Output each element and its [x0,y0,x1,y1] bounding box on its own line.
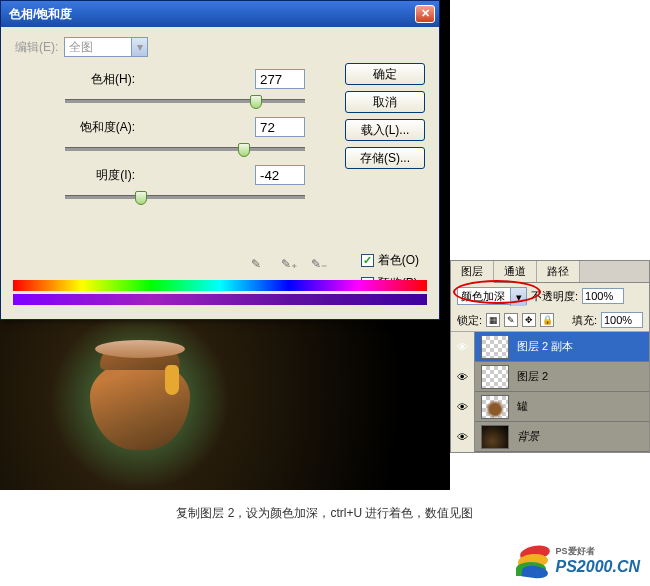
saturation-input[interactable] [255,117,305,137]
lock-move-icon[interactable]: ✥ [522,313,536,327]
site-logo: PS爱好者 PS2000.CN [516,545,641,576]
layer-name: 背景 [515,429,649,444]
pot-illustration [70,330,210,470]
instruction-caption: 复制图层 2，设为颜色加深，ctrl+U 进行着色，数值见图 [0,505,650,522]
eyedropper-add-icon[interactable]: ✎₊ [281,257,299,275]
layer-thumbnail[interactable] [481,425,509,449]
layer-item[interactable]: 👁 图层 2 副本 [451,332,649,362]
colorize-checkbox[interactable]: ✓ [361,254,374,267]
cancel-button[interactable]: 取消 [345,91,425,113]
colorize-label: 着色(O) [378,252,419,269]
logo-swirl-icon [516,546,550,576]
layer-list: 👁 图层 2 副本 👁 图层 2 👁 罐 👁 背景 [451,332,649,452]
hue-label: 色相(H): [65,71,145,88]
edit-label: 编辑(E): [15,39,58,56]
lock-brush-icon[interactable]: ✎ [504,313,518,327]
opacity-label: 不透明度: [531,289,578,304]
visibility-eye-icon[interactable]: 👁 [451,362,475,392]
ok-button[interactable]: 确定 [345,63,425,85]
lightness-label: 明度(I): [65,167,145,184]
saturation-slider[interactable] [65,141,305,157]
hue-input[interactable] [255,69,305,89]
fill-label: 填充: [572,313,597,328]
close-button[interactable]: ✕ [415,5,435,23]
visibility-eye-icon[interactable]: 👁 [451,422,475,452]
chevron-down-icon: ▾ [510,288,526,306]
layer-item[interactable]: 👁 背景 [451,422,649,452]
hue-slider[interactable] [65,93,305,109]
eyedropper-subtract-icon[interactable]: ✎₋ [311,257,329,275]
dialog-titlebar[interactable]: 色相/饱和度 ✕ [1,1,439,27]
layer-item[interactable]: 👁 罐 [451,392,649,422]
lock-all-icon[interactable]: 🔒 [540,313,554,327]
spectrum-bars [13,280,427,305]
layer-name: 图层 2 [515,369,649,384]
lock-label: 锁定: [457,313,482,328]
tab-layers[interactable]: 图层 [451,261,494,283]
layer-item[interactable]: 👁 图层 2 [451,362,649,392]
visibility-eye-icon[interactable]: 👁 [451,332,475,362]
layer-name: 罐 [515,399,649,414]
tab-paths[interactable]: 路径 [537,261,580,282]
eyedropper-icon[interactable]: ✎ [251,257,269,275]
logo-text: PS爱好者 PS2000.CN [556,545,641,576]
edit-combo[interactable]: 全图 ▾ [64,37,148,57]
save-button[interactable]: 存储(S)... [345,147,425,169]
saturation-label: 饱和度(A): [65,119,145,136]
layer-name: 图层 2 副本 [515,339,649,354]
layers-panel: 图层 通道 路径 颜色加深 ▾ 不透明度: 锁定: ▦ ✎ ✥ 🔒 填充: 👁 … [450,260,650,453]
fill-input[interactable] [601,312,643,328]
lightness-slider[interactable] [65,189,305,205]
visibility-eye-icon[interactable]: 👁 [451,392,475,422]
lightness-input[interactable] [255,165,305,185]
hue-saturation-dialog: 色相/饱和度 ✕ 编辑(E): 全图 ▾ 色相(H): 饱和度(A): [0,0,440,320]
lock-transparency-icon[interactable]: ▦ [486,313,500,327]
tab-channels[interactable]: 通道 [494,261,537,282]
blend-mode-combo[interactable]: 颜色加深 ▾ [457,287,527,305]
layer-thumbnail[interactable] [481,335,509,359]
chevron-down-icon: ▾ [131,38,147,56]
dialog-title: 色相/饱和度 [9,6,415,23]
layer-thumbnail[interactable] [481,365,509,389]
layer-thumbnail[interactable] [481,395,509,419]
load-button[interactable]: 载入(L)... [345,119,425,141]
opacity-input[interactable] [582,288,624,304]
